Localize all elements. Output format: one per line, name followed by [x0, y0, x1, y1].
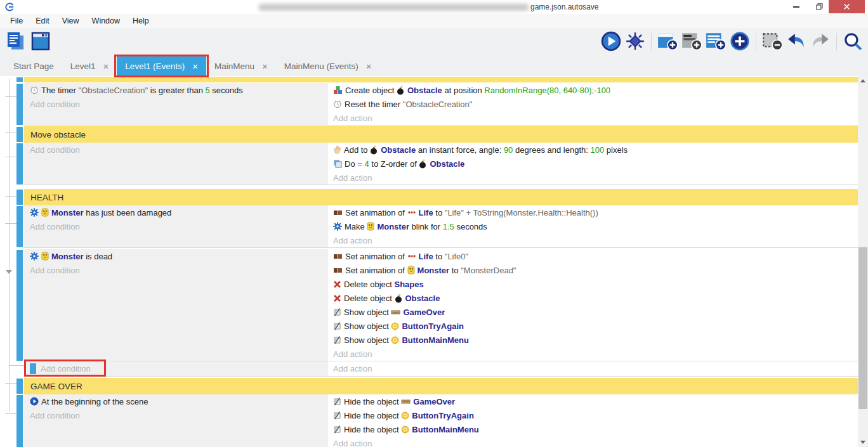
add-action[interactable]: Add action	[327, 233, 858, 247]
event-marker-bar[interactable]	[16, 84, 23, 125]
action-line[interactable]: Hide the object ButtonTryAgain	[327, 408, 858, 422]
event-marker-bar[interactable]	[16, 379, 23, 394]
add-subevent-button[interactable]	[704, 30, 727, 53]
string-value: "Life" + ToString(Monster.Health::Health…	[445, 208, 598, 217]
action-cell: Create object Obstacle at position Rando…	[327, 83, 858, 125]
add-event-button[interactable]	[656, 30, 679, 53]
tab-close-icon[interactable]: ×	[262, 62, 268, 71]
add-comment-button[interactable]	[680, 30, 703, 53]
event-row: Monster has just been damagedAdd conditi…	[24, 205, 858, 248]
add-condition[interactable]: Add condition	[24, 263, 327, 277]
add-condition-label: Add condition	[30, 100, 80, 109]
event-marker-bar[interactable]	[16, 250, 23, 361]
minimize-button[interactable]	[787, 0, 806, 13]
tab-close-icon[interactable]: ×	[366, 62, 372, 71]
action-line[interactable]: Add to Obstacle an instant force, angle:…	[327, 143, 858, 157]
tab-mainmenu-events-[interactable]: MainMenu (Events)×	[276, 56, 380, 76]
object-name: Monster	[51, 208, 84, 217]
action-line[interactable]: Show object ButtonTryAgain	[327, 319, 858, 333]
action-line[interactable]: Set animation of Life to "Life" + ToStri…	[327, 205, 858, 219]
add-condition[interactable]: Add condition	[24, 408, 327, 422]
add-other-event-button[interactable]	[728, 30, 751, 53]
restore-button[interactable]	[810, 0, 829, 13]
group-header[interactable]: HEALTH	[24, 189, 858, 205]
event-text: to	[433, 252, 445, 261]
add-action-label: Add action	[333, 173, 372, 183]
event-marker-bar[interactable]	[16, 190, 23, 205]
play-button[interactable]	[600, 30, 622, 53]
event-marker-bar[interactable]	[16, 143, 23, 185]
action-line[interactable]: Hide the object GameOver	[327, 394, 858, 408]
add-action[interactable]: Add action	[327, 436, 858, 447]
menu-file[interactable]: File	[4, 14, 29, 28]
vertical-scrollbar[interactable]	[858, 76, 868, 447]
menu-bar: FileEditViewWindowHelp	[0, 14, 868, 29]
add-condition[interactable]: Add condition	[24, 97, 327, 111]
action-line[interactable]: Create object Obstacle at position Rando…	[327, 83, 858, 97]
scrollbar-thumb[interactable]	[858, 247, 867, 409]
tab-close-icon[interactable]: ×	[103, 62, 109, 71]
menu-view[interactable]: View	[56, 14, 86, 28]
delete-event-button[interactable]	[761, 30, 784, 53]
event-marker-bar[interactable]	[16, 206, 23, 247]
condition-line[interactable]: At the beginning of the scene	[24, 394, 327, 408]
menu-edit[interactable]: Edit	[29, 14, 56, 28]
scene-editor-button[interactable]	[29, 30, 52, 53]
add-action-label: Add action	[333, 113, 372, 123]
action-line[interactable]: Set animation of Life to "Life0"	[327, 249, 858, 263]
tab-level1-events-[interactable]: Level1 (Events)×	[117, 56, 206, 76]
add-action[interactable]: Add action	[327, 111, 858, 125]
action-line[interactable]: Show object ButtonMainMenu	[327, 333, 858, 347]
action-line[interactable]: Reset the timer "ObstacleCreation"	[327, 97, 858, 111]
action-line[interactable]: Hide the object ButtonMainMenu	[327, 422, 858, 436]
redo-button[interactable]	[809, 30, 832, 53]
action-line[interactable]: Set animation of Monster to "MonsterDead…	[327, 263, 858, 277]
menu-window[interactable]: Window	[86, 14, 126, 28]
add-action[interactable]: Add action	[327, 361, 858, 375]
scroll-up-icon[interactable]	[858, 76, 868, 86]
action-line[interactable]: Delete object Obstacle	[327, 291, 858, 305]
group-header[interactable]: Move obstacle	[24, 126, 858, 143]
search-button[interactable]	[841, 30, 864, 53]
tab-start-page[interactable]: Start Page	[5, 56, 62, 76]
event-marker-bar[interactable]	[16, 395, 23, 447]
tree-guide	[5, 96, 16, 97]
menu-help[interactable]: Help	[126, 14, 155, 28]
action-line[interactable]: Delete object Shapes	[327, 277, 858, 291]
debug-button[interactable]	[624, 30, 647, 53]
action-line[interactable]: Do = 4 to Z-order of Obstacle	[327, 157, 858, 171]
tab-level1[interactable]: Level1×	[62, 56, 117, 76]
add-condition[interactable]: Add condition	[24, 219, 327, 233]
add-condition[interactable]: Add condition	[41, 364, 91, 373]
action-line[interactable]: Make Monster blink for 1.5 seconds	[327, 219, 858, 233]
scroll-down-icon[interactable]	[858, 437, 868, 447]
toolbar-left-group	[5, 30, 52, 53]
add-condition-label: Add condition	[30, 222, 80, 231]
close-button[interactable]	[829, 0, 865, 13]
sub-event-marker-bar[interactable]	[30, 363, 36, 374]
group-header-partial[interactable]	[24, 77, 858, 82]
condition-line[interactable]: Monster has just been damaged	[24, 205, 327, 219]
undo-button[interactable]	[785, 30, 808, 53]
tab-mainmenu[interactable]: MainMenu×	[206, 56, 276, 76]
add-action-label: Add action	[333, 236, 372, 245]
expand-arrow-icon[interactable]	[6, 270, 12, 274]
animation-icon	[333, 252, 343, 261]
monster-icon	[407, 266, 415, 275]
project-manager-button[interactable]	[5, 30, 28, 53]
gear-icon	[333, 222, 342, 231]
clock-icon	[333, 100, 342, 108]
condition-line[interactable]: Monster is dead	[24, 249, 327, 263]
event-marker-bar[interactable]	[16, 127, 23, 142]
tab-close-icon[interactable]: ×	[192, 62, 198, 71]
visibility-icon	[333, 411, 341, 420]
add-action[interactable]: Add action	[327, 171, 858, 185]
action-line[interactable]: Show object GameOver	[327, 305, 858, 319]
add-action[interactable]: Add action	[327, 347, 858, 361]
add-condition[interactable]: Add condition	[24, 143, 327, 157]
event-marker-bar[interactable]	[16, 77, 23, 82]
condition-line[interactable]: The timer "ObstacleCreation" is greater …	[24, 83, 327, 97]
create-object-icon	[333, 86, 343, 95]
zorder-icon	[333, 159, 342, 168]
group-header[interactable]: GAME OVER	[24, 378, 858, 394]
